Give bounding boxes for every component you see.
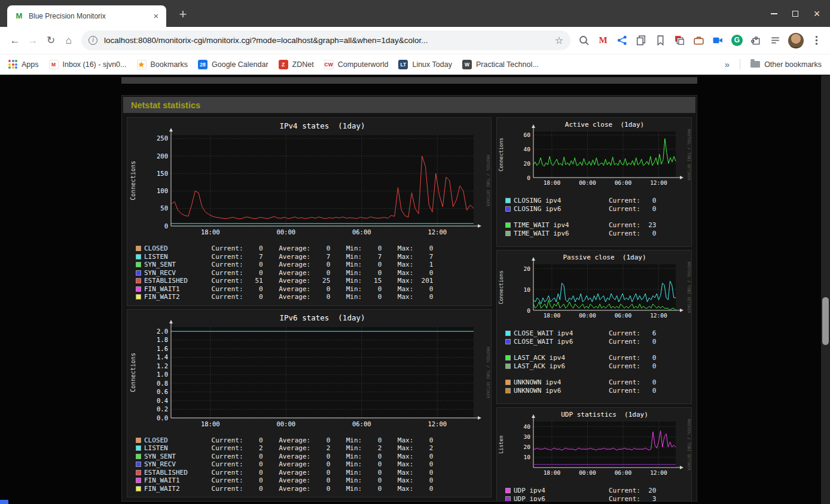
- bookmark-wordpress[interactable]: WPractical Technol...: [462, 60, 539, 69]
- scrollbar-thumb[interactable]: [822, 297, 829, 345]
- bookmark-linuxtoday[interactable]: LTLinux Today: [398, 60, 452, 69]
- legend-row: FIN_WAIT1 Current: 0 Average: 0 Min: 0 M…: [136, 476, 491, 485]
- back-button[interactable]: ←: [6, 32, 24, 50]
- ipv4-states-graph[interactable]: IPv4 states (1day)ConnectionsRRDTOOL / T…: [128, 120, 490, 243]
- y-tick-label: 40: [523, 423, 530, 430]
- browser-tab[interactable]: M Blue Precision Monitorix ×: [7, 5, 166, 27]
- ipv6-states-legend: CLOSED Current: 0 Average: 0 Min: 0 Max:…: [127, 435, 491, 493]
- extensions-icon[interactable]: [750, 34, 762, 47]
- bookmark-zdnet[interactable]: ZZDNet: [279, 60, 314, 69]
- tab-close-icon[interactable]: ×: [151, 11, 161, 22]
- forward-button[interactable]: →: [24, 32, 42, 50]
- legend-text: LAST_ACK ipv6 Current: 0: [514, 362, 656, 371]
- tab-strip: M Blue Precision Monitorix × + ×: [0, 0, 830, 27]
- x-tick-label: 18:00: [201, 228, 220, 236]
- x-tick-label: 12:00: [650, 312, 667, 319]
- other-bookmarks[interactable]: Other bookmarks: [750, 60, 822, 69]
- copy-icon[interactable]: [635, 34, 648, 47]
- section-header: Netstat statistics: [123, 97, 695, 113]
- legend-text: SYN_RECV Current: 0 Average: 0 Min: 0 Ma…: [144, 460, 433, 469]
- ipv4-states-panel: IPv4 states (1day)ConnectionsRRDTOOL / T…: [127, 117, 492, 306]
- ipv4-states-legend: CLOSED Current: 0 Average: 0 Min: 0 Max:…: [127, 243, 491, 301]
- bookmarks-overflow-chevron[interactable]: »: [725, 59, 730, 69]
- legend-row: SYN_SENT Current: 0 Average: 0 Min: 0 Ma…: [136, 261, 491, 269]
- legend-text: ESTABLISHED Current: 0 Average: 0 Min: 0…: [144, 469, 433, 477]
- y-tick-label: 1.4: [157, 353, 168, 361]
- page-scrollbar[interactable]: [821, 75, 830, 504]
- gmail-icon[interactable]: M: [597, 34, 609, 47]
- tab-stack-icon[interactable]: [673, 34, 686, 47]
- legend-row: SYN_RECV Current: 0 Average: 0 Min: 0 Ma…: [136, 269, 491, 277]
- rrdtool-watermark: RRDTOOL / TOBI OETIKER: [486, 346, 490, 398]
- y-tick-label: 0.8: [157, 379, 168, 386]
- briefcase-icon[interactable]: [692, 34, 705, 47]
- bookmark-label: Computerworld: [338, 60, 389, 69]
- y-tick-label: 1.0: [157, 371, 168, 378]
- bookmark-star-icon[interactable]: ☆: [555, 35, 563, 46]
- legend-swatch: [505, 206, 511, 212]
- reading-list-icon[interactable]: [769, 34, 782, 47]
- passive-close-graph[interactable]: Passive close (1day)ConnectionsRRDTOOL /…: [498, 252, 691, 328]
- profile-avatar[interactable]: [788, 33, 804, 48]
- keep-icon[interactable]: [654, 34, 667, 47]
- minimize-button[interactable]: [763, 0, 785, 27]
- x-tick-label: 12:00: [650, 469, 667, 476]
- apps-shortcut[interactable]: Apps: [8, 60, 39, 69]
- grammarly-icon[interactable]: G: [731, 35, 743, 46]
- gmail-favicon: M: [49, 60, 59, 69]
- udp-statistics-graph[interactable]: UDP statistics (1day)ListenRRDTOOL / TOB…: [498, 410, 691, 485]
- legend-row: LISTEN Current: 7 Average: 7 Min: 7 Max:…: [136, 253, 491, 261]
- legend-text: FIN_WAIT2 Current: 0 Average: 0 Min: 0 M…: [144, 293, 433, 301]
- address-bar[interactable]: i ☆: [81, 30, 570, 50]
- reload-button[interactable]: ↻: [42, 32, 60, 50]
- search-icon[interactable]: [578, 34, 590, 47]
- legend-swatch: [505, 388, 511, 393]
- x-tick-label: 00:00: [579, 312, 596, 319]
- legend-text: FIN_WAIT1 Current: 0 Average: 0 Min: 0 M…: [144, 285, 433, 294]
- share-icon[interactable]: [616, 34, 628, 47]
- legend-text: TIME_WAIT ipv4 Current: 23: [514, 221, 656, 230]
- legend-text: FIN_WAIT1 Current: 0 Average: 0 Min: 0 M…: [144, 476, 433, 485]
- y-tick-label: 0.2: [157, 405, 168, 413]
- bookmark-label: Google Calendar: [212, 60, 268, 69]
- page-info-icon[interactable]: i: [89, 36, 97, 45]
- legend-swatch: [505, 355, 511, 361]
- menu-icon[interactable]: [810, 34, 823, 47]
- legend-text: CLOSE_WAIT ipv4 Current: 6: [514, 329, 656, 338]
- legend-swatch: [136, 438, 141, 443]
- legend-text: CLOSED Current: 0 Average: 0 Min: 0 Max:…: [144, 245, 433, 253]
- legend-text: UNKNOWN ipv6 Current: 0: [514, 387, 656, 395]
- y-tick-label: 150: [157, 170, 168, 177]
- video-camera-icon[interactable]: [712, 34, 724, 47]
- apps-label: Apps: [22, 60, 39, 69]
- active-close-graph[interactable]: Active close (1day)ConnectionsRRDTOOL / …: [498, 120, 691, 195]
- legend-swatch: [505, 331, 511, 336]
- y-tick-label: 20: [523, 444, 530, 450]
- bookmark-computerworld[interactable]: CWComputerworld: [324, 60, 389, 69]
- legend-row: UNKNOWN ipv4 Current: 0: [505, 378, 691, 387]
- legend-swatch: [136, 294, 141, 300]
- ipv6-states-graph[interactable]: IPv6 states (1day)ConnectionsRRDTOOL / T…: [128, 311, 490, 435]
- y-tick-label: 50: [160, 204, 168, 212]
- new-tab-button[interactable]: +: [175, 7, 191, 23]
- chart-title: UDP statistics (1day): [561, 411, 648, 419]
- maximize-button[interactable]: [785, 0, 806, 27]
- legend-row: FIN_WAIT2 Current: 0 Average: 0 Min: 0 M…: [136, 293, 491, 301]
- home-button[interactable]: ⌂: [60, 32, 78, 50]
- legend-row: CLOSED Current: 0 Average: 0 Min: 0 Max:…: [136, 245, 491, 253]
- url-input[interactable]: [103, 35, 550, 45]
- bookmark-calendar[interactable]: 28Google Calendar: [198, 60, 268, 69]
- chart-title: Active close (1day): [564, 121, 643, 129]
- legend-row: ESTABLISHED Current: 0 Average: 0 Min: 0…: [136, 469, 491, 477]
- y-axis-label: Connections: [498, 138, 504, 171]
- close-button[interactable]: ×: [806, 0, 828, 27]
- x-tick-label: 06:00: [614, 312, 631, 319]
- bookmark-gmail[interactable]: MInbox (16) - sjvn0...: [49, 60, 127, 69]
- legend-row: TIME_WAIT ipv4 Current: 23: [505, 221, 691, 230]
- legend-swatch: [136, 478, 141, 483]
- bookmark-star[interactable]: ★Bookmarks: [137, 60, 188, 69]
- browser-window: M Blue Precision Monitorix × + × ← → ↻ ⌂…: [0, 0, 830, 504]
- bookmark-label: Linux Today: [412, 60, 452, 69]
- y-tick-label: 100: [157, 187, 168, 194]
- legend-text: SYN_RECV Current: 0 Average: 0 Min: 0 Ma…: [144, 269, 433, 277]
